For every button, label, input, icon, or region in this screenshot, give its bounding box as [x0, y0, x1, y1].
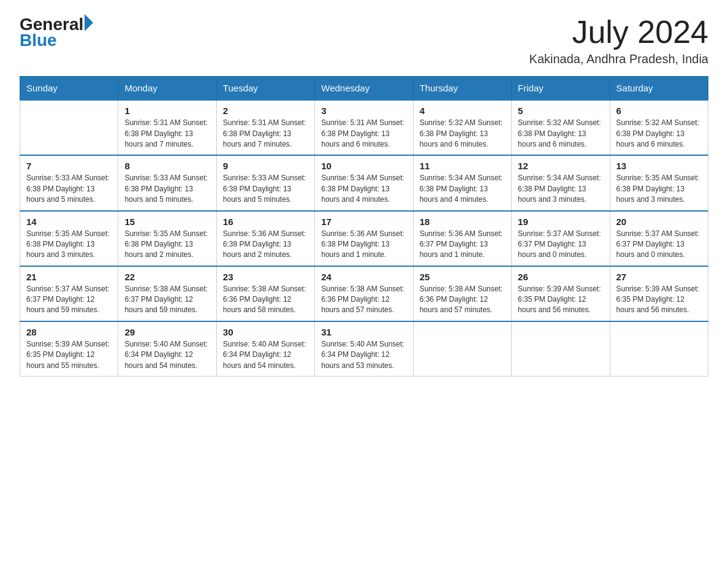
calendar-table: SundayMondayTuesdayWednesdayThursdayFrid…: [20, 76, 708, 377]
day-info: Sunrise: 5:34 AM Sunset: 6:38 PM Dayligh…: [321, 173, 406, 205]
day-info: Sunrise: 5:38 AM Sunset: 6:37 PM Dayligh…: [124, 284, 210, 316]
day-number: 28: [26, 327, 112, 337]
day-info: Sunrise: 5:35 AM Sunset: 6:38 PM Dayligh…: [124, 229, 210, 261]
weekday-header-tuesday: Tuesday: [216, 77, 314, 101]
day-info: Sunrise: 5:39 AM Sunset: 6:35 PM Dayligh…: [616, 284, 702, 316]
day-number: 19: [518, 216, 603, 227]
calendar-cell: 27Sunrise: 5:39 AM Sunset: 6:35 PM Dayli…: [610, 266, 708, 321]
day-number: 25: [420, 272, 505, 282]
calendar-cell: 1Sunrise: 5:31 AM Sunset: 6:38 PM Daylig…: [118, 100, 216, 155]
day-info: Sunrise: 5:35 AM Sunset: 6:38 PM Dayligh…: [616, 173, 702, 205]
calendar-cell: 11Sunrise: 5:34 AM Sunset: 6:38 PM Dayli…: [413, 155, 511, 210]
week-row-4: 21Sunrise: 5:37 AM Sunset: 6:37 PM Dayli…: [20, 266, 708, 321]
week-row-2: 7Sunrise: 5:33 AM Sunset: 6:38 PM Daylig…: [20, 155, 708, 210]
day-number: 18: [420, 216, 505, 227]
day-number: 26: [518, 272, 603, 282]
calendar-cell: 8Sunrise: 5:33 AM Sunset: 6:38 PM Daylig…: [118, 155, 216, 210]
day-info: Sunrise: 5:37 AM Sunset: 6:37 PM Dayligh…: [518, 229, 603, 261]
day-number: 1: [124, 105, 210, 116]
day-info: Sunrise: 5:32 AM Sunset: 6:38 PM Dayligh…: [616, 118, 702, 150]
weekday-header-sunday: Sunday: [20, 77, 118, 101]
day-number: 7: [26, 161, 112, 171]
calendar-cell: 6Sunrise: 5:32 AM Sunset: 6:38 PM Daylig…: [610, 100, 708, 155]
calendar-cell: 12Sunrise: 5:34 AM Sunset: 6:38 PM Dayli…: [512, 155, 610, 210]
day-info: Sunrise: 5:35 AM Sunset: 6:38 PM Dayligh…: [26, 229, 112, 261]
calendar-cell: 29Sunrise: 5:40 AM Sunset: 6:34 PM Dayli…: [118, 321, 216, 377]
day-number: 9: [223, 161, 308, 171]
calendar-cell: 2Sunrise: 5:31 AM Sunset: 6:38 PM Daylig…: [216, 100, 314, 155]
logo-blue-text: Blue: [20, 31, 93, 50]
weekday-header-wednesday: Wednesday: [315, 77, 413, 101]
day-info: Sunrise: 5:31 AM Sunset: 6:38 PM Dayligh…: [223, 118, 308, 150]
day-number: 13: [616, 161, 702, 171]
calendar-cell: 16Sunrise: 5:36 AM Sunset: 6:38 PM Dayli…: [216, 211, 314, 266]
day-info: Sunrise: 5:37 AM Sunset: 6:37 PM Dayligh…: [26, 284, 112, 316]
day-info: Sunrise: 5:38 AM Sunset: 6:36 PM Dayligh…: [223, 284, 308, 316]
day-info: Sunrise: 5:36 AM Sunset: 6:38 PM Dayligh…: [223, 229, 308, 261]
day-number: 29: [124, 327, 210, 337]
calendar-cell: 10Sunrise: 5:34 AM Sunset: 6:38 PM Dayli…: [315, 155, 413, 210]
calendar-cell: 30Sunrise: 5:40 AM Sunset: 6:34 PM Dayli…: [216, 321, 314, 377]
calendar-cell: 4Sunrise: 5:32 AM Sunset: 6:38 PM Daylig…: [413, 100, 511, 155]
calendar-cell: 19Sunrise: 5:37 AM Sunset: 6:37 PM Dayli…: [512, 211, 610, 266]
page-header: General Blue July 2024 Kakinada, Andhra …: [20, 15, 708, 66]
calendar-cell: 9Sunrise: 5:33 AM Sunset: 6:38 PM Daylig…: [216, 155, 314, 210]
day-info: Sunrise: 5:38 AM Sunset: 6:36 PM Dayligh…: [420, 284, 505, 316]
day-number: 8: [124, 161, 210, 171]
day-number: 2: [223, 105, 308, 116]
logo-triangle-icon: [85, 14, 93, 31]
weekday-header-saturday: Saturday: [610, 77, 708, 101]
day-info: Sunrise: 5:36 AM Sunset: 6:37 PM Dayligh…: [420, 229, 505, 261]
calendar-cell: 28Sunrise: 5:39 AM Sunset: 6:35 PM Dayli…: [20, 321, 118, 377]
calendar-cell: [512, 321, 610, 377]
day-number: 22: [124, 272, 210, 282]
logo: General Blue: [20, 15, 93, 50]
week-row-1: 1Sunrise: 5:31 AM Sunset: 6:38 PM Daylig…: [20, 100, 708, 155]
month-title: July 2024: [529, 15, 708, 50]
calendar-cell: 20Sunrise: 5:37 AM Sunset: 6:37 PM Dayli…: [610, 211, 708, 266]
day-info: Sunrise: 5:40 AM Sunset: 6:34 PM Dayligh…: [124, 339, 210, 371]
day-info: Sunrise: 5:39 AM Sunset: 6:35 PM Dayligh…: [26, 339, 112, 371]
calendar-cell: 26Sunrise: 5:39 AM Sunset: 6:35 PM Dayli…: [512, 266, 610, 321]
calendar-cell: [20, 100, 118, 155]
day-number: 15: [124, 216, 210, 227]
calendar-cell: 22Sunrise: 5:38 AM Sunset: 6:37 PM Dayli…: [118, 266, 216, 321]
day-info: Sunrise: 5:33 AM Sunset: 6:38 PM Dayligh…: [124, 173, 210, 205]
day-info: Sunrise: 5:32 AM Sunset: 6:38 PM Dayligh…: [420, 118, 505, 150]
title-block: July 2024 Kakinada, Andhra Pradesh, Indi…: [529, 15, 708, 66]
day-number: 12: [518, 161, 603, 171]
weekday-header-thursday: Thursday: [413, 77, 511, 101]
day-number: 16: [223, 216, 308, 227]
day-number: 14: [26, 216, 112, 227]
day-number: 24: [321, 272, 406, 282]
day-number: 4: [420, 105, 505, 116]
day-info: Sunrise: 5:32 AM Sunset: 6:38 PM Dayligh…: [518, 118, 603, 150]
day-number: 3: [321, 105, 406, 116]
day-info: Sunrise: 5:37 AM Sunset: 6:37 PM Dayligh…: [616, 229, 702, 261]
day-number: 27: [616, 272, 702, 282]
calendar-cell: 14Sunrise: 5:35 AM Sunset: 6:38 PM Dayli…: [20, 211, 118, 266]
day-info: Sunrise: 5:34 AM Sunset: 6:38 PM Dayligh…: [420, 173, 505, 205]
calendar-cell: 31Sunrise: 5:40 AM Sunset: 6:34 PM Dayli…: [315, 321, 413, 377]
day-info: Sunrise: 5:31 AM Sunset: 6:38 PM Dayligh…: [321, 118, 406, 150]
location-title: Kakinada, Andhra Pradesh, India: [529, 52, 708, 66]
calendar-cell: 7Sunrise: 5:33 AM Sunset: 6:38 PM Daylig…: [20, 155, 118, 210]
calendar-cell: 17Sunrise: 5:36 AM Sunset: 6:38 PM Dayli…: [315, 211, 413, 266]
week-row-5: 28Sunrise: 5:39 AM Sunset: 6:35 PM Dayli…: [20, 321, 708, 377]
weekday-header-monday: Monday: [118, 77, 216, 101]
weekday-header-row: SundayMondayTuesdayWednesdayThursdayFrid…: [20, 77, 708, 101]
day-number: 21: [26, 272, 112, 282]
day-info: Sunrise: 5:40 AM Sunset: 6:34 PM Dayligh…: [223, 339, 308, 371]
calendar-cell: 15Sunrise: 5:35 AM Sunset: 6:38 PM Dayli…: [118, 211, 216, 266]
day-number: 23: [223, 272, 308, 282]
calendar-cell: [610, 321, 708, 377]
day-info: Sunrise: 5:39 AM Sunset: 6:35 PM Dayligh…: [518, 284, 603, 316]
day-number: 6: [616, 105, 702, 116]
calendar-cell: 25Sunrise: 5:38 AM Sunset: 6:36 PM Dayli…: [413, 266, 511, 321]
day-info: Sunrise: 5:31 AM Sunset: 6:38 PM Dayligh…: [124, 118, 210, 150]
day-number: 5: [518, 105, 603, 116]
calendar-cell: 21Sunrise: 5:37 AM Sunset: 6:37 PM Dayli…: [20, 266, 118, 321]
day-number: 30: [223, 327, 308, 337]
day-info: Sunrise: 5:33 AM Sunset: 6:38 PM Dayligh…: [223, 173, 308, 205]
day-number: 31: [321, 327, 406, 337]
